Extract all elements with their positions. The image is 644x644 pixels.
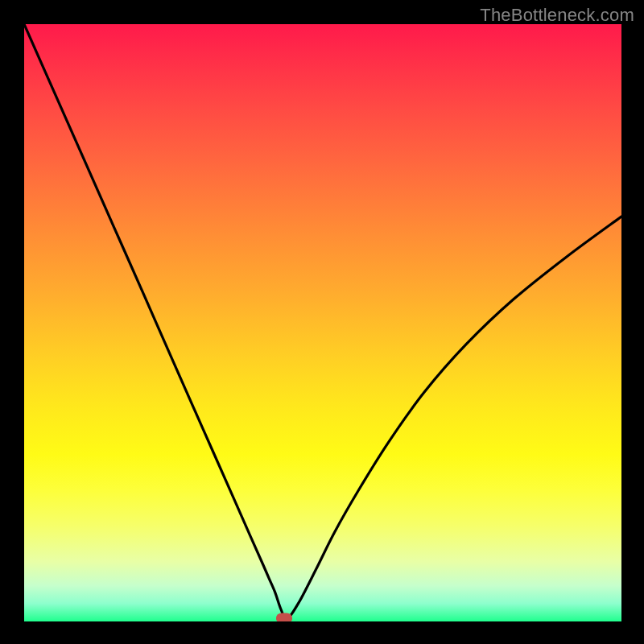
chart-frame: TheBottleneck.com [0, 0, 644, 644]
optimum-marker [276, 613, 292, 621]
plot-area [24, 24, 621, 621]
attribution-watermark: TheBottleneck.com [480, 5, 634, 26]
bottleneck-curve [24, 24, 621, 621]
